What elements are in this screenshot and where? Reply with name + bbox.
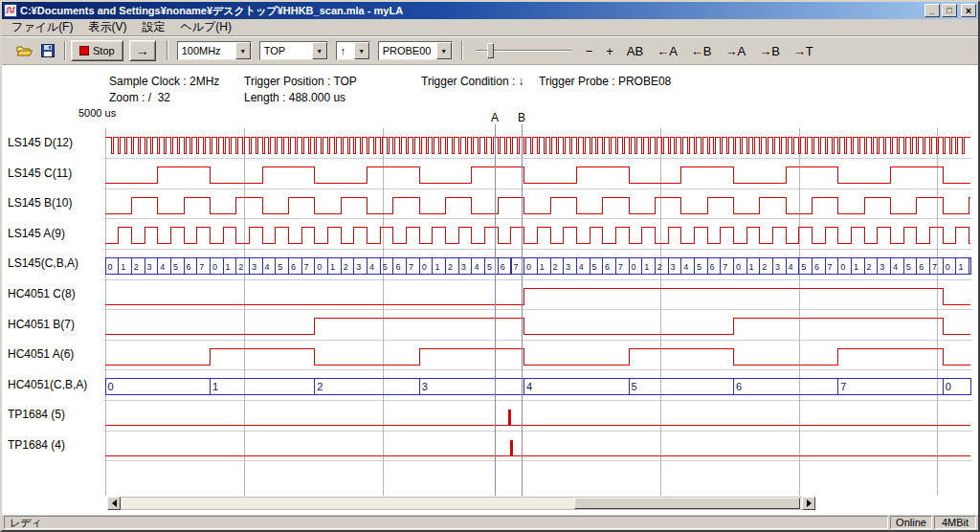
zoom-in-button[interactable]: +	[599, 42, 620, 60]
bus-value: 7	[618, 262, 623, 272]
menu-bar: ファイル(F) 表示(V) 設定 ヘルプ(H)	[2, 19, 978, 36]
goto-trigger-button[interactable]: →T	[787, 42, 820, 60]
bus-value: 7	[840, 381, 846, 392]
close-button[interactable]: ×	[961, 4, 976, 17]
bus-value: 5	[592, 262, 597, 272]
bus-value: 5	[383, 262, 388, 272]
bus-value: 0	[422, 262, 427, 272]
stop-button[interactable]: Stop	[71, 40, 123, 61]
chevron-down-icon[interactable]: ▼	[312, 42, 327, 59]
slider-thumb[interactable]	[487, 43, 494, 58]
bus-value: 1	[958, 262, 963, 272]
bus-value: 6	[605, 262, 610, 272]
bus-value: 0	[736, 262, 741, 272]
clock-select[interactable]: 100MHz ▼	[177, 41, 252, 60]
online-text: Online	[896, 517, 926, 528]
bus-value: 3	[147, 262, 152, 272]
zoom-out-button[interactable]: −	[579, 42, 600, 60]
scrollbar-track[interactable]	[121, 497, 802, 510]
bus-value: 6	[501, 262, 505, 272]
scroll-left-button[interactable]	[107, 497, 121, 510]
maximize-button[interactable]: □	[942, 4, 957, 17]
goto-a-left-button[interactable]: ←A	[650, 42, 684, 60]
chevron-down-icon[interactable]: ▼	[354, 42, 369, 59]
scroll-right-button[interactable]	[802, 497, 815, 510]
bus-value: 6	[291, 262, 296, 272]
channel-label: HC4051 C(8)	[8, 287, 76, 300]
bus-value: 0	[526, 262, 531, 272]
bus-value: 2	[238, 262, 243, 272]
bus-value: 3	[461, 262, 466, 272]
bus-value: 3	[566, 262, 570, 272]
bus-value: 4	[526, 381, 532, 392]
ab-button[interactable]: AB	[620, 42, 650, 60]
bus-value: 6	[395, 262, 400, 272]
menu-settings[interactable]: 設定	[134, 18, 172, 36]
waveform-view: Sample Clock : 2MHz Trigger Position : T…	[2, 65, 978, 514]
bus-value: 7	[723, 262, 727, 272]
cursor-label-a: A	[491, 111, 499, 124]
open-folder-icon	[16, 44, 33, 57]
zoom-slider[interactable]	[476, 40, 571, 61]
bus-value: 7	[932, 262, 937, 272]
status-online: Online	[890, 516, 932, 529]
probe-select[interactable]: PROBE00 ▼	[378, 41, 453, 60]
menu-view[interactable]: 表示(V)	[80, 18, 134, 36]
bus-value: 4	[369, 262, 374, 272]
bus-value: 7	[828, 262, 833, 272]
bus-value: 6	[814, 262, 819, 272]
window-title: C:¥Documents and Settings¥noname¥デスクトップ¥…	[20, 4, 922, 18]
scrollbar-thumb[interactable]	[574, 498, 800, 509]
open-button[interactable]	[13, 40, 36, 61]
scroll-left-icon	[108, 499, 117, 507]
bus-value: 2	[867, 262, 872, 272]
bus-value: 0	[212, 262, 217, 272]
bus-value: 5	[632, 381, 637, 392]
bus-value: 7	[304, 262, 309, 272]
toolbar-separator	[167, 41, 168, 60]
minimize-button[interactable]: _	[924, 4, 940, 17]
memory-text: 4MBit	[942, 517, 969, 528]
goto-a-right-button[interactable]: →A	[719, 42, 753, 60]
bus-value: 0	[108, 262, 113, 272]
bus-value: 6	[710, 262, 715, 272]
bus-value: 0	[317, 262, 322, 272]
bus-value: 5	[801, 262, 806, 272]
bus-cell	[838, 379, 943, 395]
bus-value: 5	[906, 262, 911, 272]
horizontal-scrollbar[interactable]	[107, 497, 815, 510]
run-button[interactable]: →	[129, 40, 156, 61]
goto-b-right-button[interactable]: →B	[752, 42, 787, 60]
bus-value: 5	[278, 262, 282, 272]
waveform-trace	[105, 319, 970, 335]
channel-label: TP1684 (5)	[8, 408, 65, 421]
menu-file[interactable]: ファイル(F)	[4, 18, 80, 36]
chevron-down-icon[interactable]: ▼	[235, 42, 251, 59]
bus-cell	[524, 379, 629, 395]
bus-value: 0	[840, 262, 845, 272]
channel-label: LS145 C(11)	[8, 166, 72, 180]
stop-label: Stop	[93, 45, 115, 56]
clock-select-value: 100MHz	[178, 42, 235, 59]
save-button[interactable]	[36, 40, 59, 61]
status-text: レディ	[10, 516, 42, 530]
trigger-edge-value: ↑	[337, 42, 354, 59]
title-bar[interactable]: C:¥Documents and Settings¥noname¥デスクトップ¥…	[2, 2, 978, 19]
status-bar: レディ Online 4MBit	[2, 514, 978, 530]
status-memory: 4MBit	[934, 516, 976, 529]
chevron-down-icon[interactable]: ▼	[436, 42, 452, 59]
menu-help[interactable]: ヘルプ(H)	[172, 18, 239, 36]
cursor-label-b: B	[518, 111, 525, 124]
bus-value: 5	[173, 262, 178, 272]
bus-value: 6	[919, 262, 924, 272]
bus-value: 4	[789, 262, 793, 272]
bus-cell	[210, 379, 314, 395]
trigger-edge-select[interactable]: ↑ ▼	[336, 41, 370, 60]
bus-value: 3	[775, 262, 780, 272]
bus-value: 5	[697, 262, 702, 272]
goto-b-left-button[interactable]: ←B	[684, 42, 719, 60]
trigger-position-select[interactable]: TOP ▼	[259, 41, 328, 60]
bus-value: 1	[121, 262, 125, 272]
bus-value: 2	[762, 262, 767, 272]
bus-cell	[105, 379, 210, 395]
